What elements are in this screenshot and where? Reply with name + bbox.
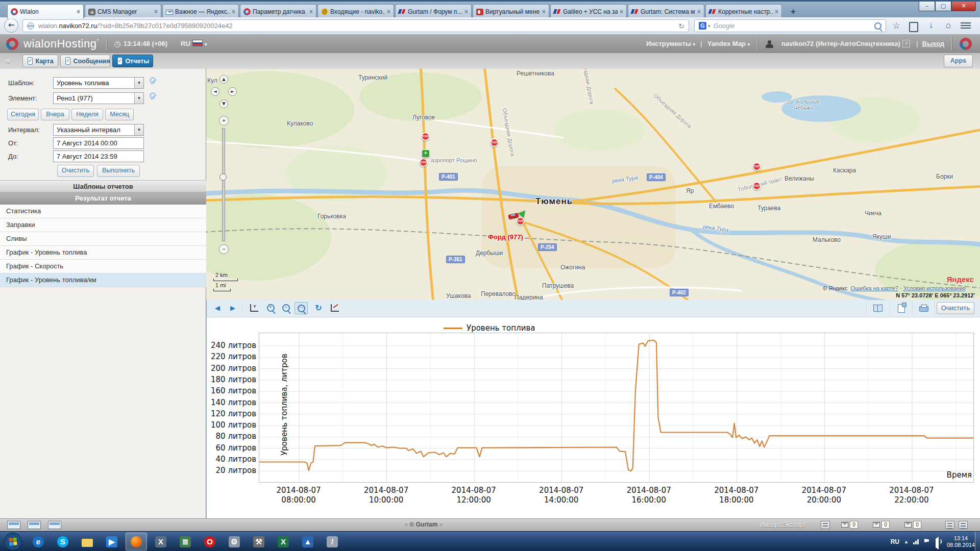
quick-range-месяц-button[interactable]: Месяц <box>105 109 134 120</box>
tab-карта[interactable]: ✓Карта <box>22 55 58 67</box>
import-export-link[interactable]: Импорт/Экспорт <box>760 521 805 529</box>
interval-select[interactable]: Указанный интервал▾ <box>53 124 144 136</box>
tab-close-icon[interactable]: × <box>387 8 390 15</box>
execute-report-button[interactable]: Выполнить <box>97 165 140 177</box>
back-button[interactable]: ← <box>4 18 18 33</box>
browser-tab-7[interactable]: Виртуальный мене...× <box>473 4 549 19</box>
dropdown-caret-icon[interactable]: ▾ <box>134 78 143 88</box>
browser-tab-8[interactable]: Galileo + УСС на за...× <box>550 4 627 19</box>
browser-tab-10[interactable]: Корректные настр...× <box>705 4 782 19</box>
dropdown-caret-icon[interactable]: ▾ <box>134 124 143 135</box>
window-maximize-button[interactable]: ▢ <box>935 2 951 11</box>
message-counter[interactable]: 0 <box>873 521 890 529</box>
result-row-1[interactable]: Статистика <box>0 205 206 218</box>
tab-close-icon[interactable]: × <box>154 8 158 15</box>
user-settings-icon[interactable] <box>765 40 773 48</box>
tray-expand-icon[interactable]: ▲ <box>904 539 909 544</box>
report-result-header[interactable]: Результат отчета <box>0 192 206 205</box>
devtools-icon[interactable]: X <box>150 533 172 550</box>
tab-close-icon[interactable]: × <box>620 8 623 15</box>
tools-menu[interactable]: Инструменты ▾ <box>646 40 695 47</box>
map-error-link[interactable]: Ошибка на карте? <box>851 285 899 291</box>
bookmarks-menu-icon[interactable] <box>908 22 920 35</box>
build-hammer-icon[interactable]: ⚒ <box>248 533 270 550</box>
firefox-icon[interactable] <box>126 533 147 550</box>
photo-viewer-icon[interactable]: ▲ <box>297 533 318 550</box>
yandex-logo[interactable]: Яндекс <box>947 275 974 284</box>
template-select[interactable]: Уровень топлива▾ <box>53 77 144 89</box>
collapse-sidebar-button[interactable]: « <box>5 55 11 66</box>
chart-refresh-icon[interactable]: ↻ <box>312 302 325 314</box>
volume-icon[interactable] <box>936 539 942 544</box>
stop-marker-1[interactable]: STOP <box>421 132 430 141</box>
network-icon[interactable] <box>913 539 920 544</box>
browser-tab-6[interactable]: Gurtam / Форум п...× <box>395 4 472 19</box>
map-pan-up-button[interactable]: ▲ <box>219 75 228 84</box>
show-desktop-button[interactable] <box>975 532 980 551</box>
home-icon[interactable]: ⌂ <box>942 20 954 31</box>
tab-close-icon[interactable]: × <box>464 8 468 15</box>
quick-range-неделя-button[interactable]: Неделя <box>71 109 103 120</box>
search-engine-icon[interactable]: G <box>699 22 706 30</box>
gurtam-copyright[interactable]: » © Gurtam « <box>388 521 459 528</box>
tab-close-icon[interactable]: × <box>775 8 778 15</box>
apps-button[interactable]: Apps <box>944 55 973 67</box>
template-wrench-icon[interactable] <box>149 77 158 86</box>
tab-сообщения[interactable]: ✓Сообщения <box>60 55 110 67</box>
skype-icon[interactable]: S <box>52 533 74 550</box>
result-row-3[interactable]: Сливы <box>0 232 206 246</box>
stop-marker-3[interactable]: STOP <box>419 158 428 167</box>
result-row-6[interactable]: График - Уровень топлива/км <box>0 273 206 287</box>
export-file-icon[interactable] <box>895 302 908 314</box>
map-zoom-slider[interactable] <box>222 128 225 241</box>
chart-next-button[interactable]: ▶ <box>226 302 239 314</box>
keyboard-language-indicator[interactable]: RU <box>891 538 899 545</box>
layout-toggle-icon-2[interactable] <box>959 521 968 529</box>
map-zoom-in-button[interactable]: + <box>219 116 229 126</box>
config-wrench-icon[interactable]: / <box>322 533 343 550</box>
map-terms-link[interactable]: Условия использования <box>903 285 966 291</box>
browser-tab-2[interactable]: CMS Manager× <box>85 4 161 19</box>
chart-y-axis-tool-icon[interactable]: Y <box>248 302 261 314</box>
clear-report-button[interactable]: Очистить <box>57 165 94 177</box>
browser-tab-4[interactable]: Параметр датчика ...× <box>240 4 316 19</box>
tray-clock[interactable]: 13:14 08.08.2014 <box>947 535 975 548</box>
external-link-icon[interactable]: ↗ <box>902 40 910 47</box>
checkbox-icon[interactable]: ✓ <box>117 57 122 65</box>
tab-close-icon[interactable]: × <box>309 8 313 15</box>
result-row-4[interactable]: График - Уровень топлива <box>0 246 206 260</box>
database-icon[interactable]: ≣ <box>175 533 196 550</box>
vehicle-label[interactable]: Форд (977) <box>488 233 523 241</box>
url-bar[interactable]: wialon.navikon72.ru/?sid=8b25e79b27c017e… <box>22 19 689 32</box>
bottom-panel-icon-1[interactable] <box>7 521 20 529</box>
search-icon[interactable] <box>874 22 881 30</box>
stop-marker-2[interactable]: STOP <box>490 138 499 147</box>
opera-icon[interactable]: O <box>199 533 220 550</box>
report-templates-header[interactable]: Шаблоны отчетов <box>0 180 206 192</box>
tab-close-icon[interactable]: × <box>542 8 546 15</box>
map-pan-right-button[interactable]: ► <box>228 87 237 96</box>
map-zoom-out-button[interactable]: − <box>219 244 229 254</box>
dropdown-caret-icon[interactable]: ▾ <box>134 93 143 104</box>
media-player-icon[interactable]: ▶ <box>101 533 122 550</box>
element-wrench-icon[interactable] <box>149 92 158 102</box>
chart-prev-button[interactable]: ◀ <box>211 302 224 314</box>
excel-icon[interactable]: X <box>273 533 294 550</box>
downloads-icon[interactable]: ↓ <box>925 20 937 31</box>
chart-clear-button[interactable]: Очистить <box>937 302 974 314</box>
result-row-5[interactable]: График - Скорость <box>0 260 206 273</box>
bookmark-star-icon[interactable]: ☆ <box>890 20 902 31</box>
menu-icon[interactable] <box>961 22 971 30</box>
stop-marker-5[interactable]: STOP <box>752 182 761 190</box>
chart-zoom-select-icon[interactable]: ··· <box>295 302 308 314</box>
chart-plot-area[interactable] <box>259 333 974 483</box>
tab-close-icon[interactable]: × <box>77 8 80 15</box>
map-provider-menu[interactable]: Yandex Map ▾ <box>707 40 750 47</box>
to-input[interactable]: 7 Август 2014 23:59 <box>53 151 144 162</box>
map-pan-down-button[interactable]: ▼ <box>219 99 228 108</box>
chart-zoom-in-icon[interactable]: + <box>264 302 277 314</box>
tab-close-icon[interactable]: × <box>697 8 701 15</box>
browser-tab-3[interactable]: Важное — Яндекс....× <box>162 4 239 19</box>
chart-trace-icon[interactable] <box>328 302 341 314</box>
tab-close-icon[interactable]: × <box>232 8 235 15</box>
